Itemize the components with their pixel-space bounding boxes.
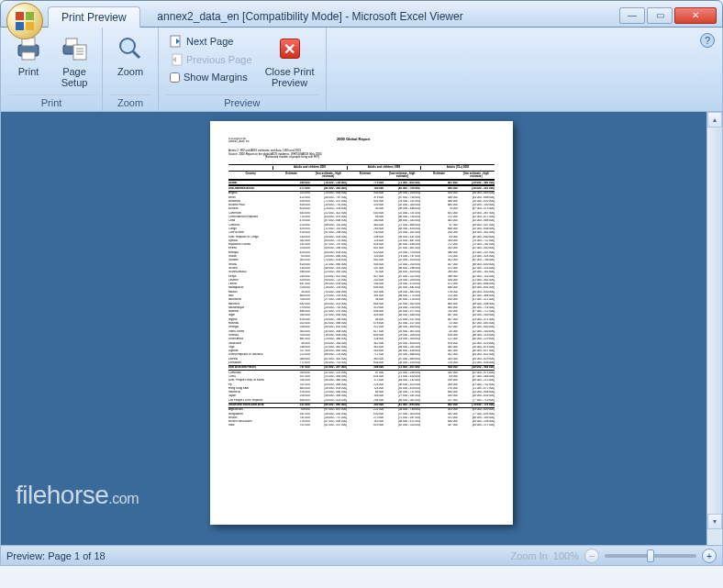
svg-rect-2 <box>16 22 24 30</box>
scroll-down-button[interactable]: ▾ <box>707 514 722 529</box>
zoom-slider-thumb[interactable] <box>647 549 654 562</box>
zoom-slider[interactable] <box>605 554 696 558</box>
show-margins-checkbox[interactable]: Show Margins <box>166 70 256 84</box>
help-icon: ? <box>705 35 710 46</box>
ribbon-tabstrip: Print Preview <box>48 6 723 28</box>
chevron-down-icon: ▾ <box>713 517 717 526</box>
help-button[interactable]: ? <box>700 33 715 48</box>
magnifier-icon <box>117 33 143 64</box>
zoom-label: Zoom <box>117 66 143 77</box>
tab-print-preview[interactable]: Print Preview <box>48 6 140 28</box>
office-button[interactable] <box>6 3 43 39</box>
scrollbar-corner <box>707 529 722 545</box>
next-page-button[interactable]: Next Page <box>166 33 256 50</box>
preview-page: D-4-1000 0:00annex2_data_en2000 Global R… <box>210 121 513 525</box>
svg-rect-3 <box>26 22 34 30</box>
plus-icon: + <box>706 550 712 561</box>
chevron-up-icon: ▴ <box>713 116 717 124</box>
svg-rect-6 <box>22 52 35 60</box>
zoom-in-button[interactable]: + <box>702 549 717 563</box>
ribbon-group-print: Print Page Setup Print <box>1 28 103 111</box>
zoom-out-button[interactable]: − <box>584 549 599 563</box>
svg-rect-0 <box>16 12 24 20</box>
show-margins-label: Show Margins <box>184 72 248 83</box>
next-page-label: Next Page <box>186 36 233 47</box>
zoom-percentage: 100% <box>553 550 579 561</box>
show-margins-check[interactable] <box>170 72 180 83</box>
status-bar: Preview: Page 1 of 18 Zoom In 100% − + <box>0 546 723 566</box>
print-label: Print <box>18 66 39 77</box>
status-page-indicator: Preview: Page 1 of 18 <box>6 550 511 561</box>
previous-page-label: Previous Page <box>186 54 252 65</box>
print-preview-viewport[interactable]: D-4-1000 0:00annex2_data_en2000 Global R… <box>0 112 723 546</box>
scroll-up-button[interactable]: ▴ <box>707 112 722 128</box>
zoom-in-label: Zoom In <box>511 550 548 561</box>
group-label-preview: Preview <box>166 94 318 109</box>
previous-page-button: Previous Page <box>166 51 256 68</box>
minus-icon: − <box>589 550 595 561</box>
svg-point-13 <box>120 39 135 53</box>
group-label-print: Print <box>8 94 95 109</box>
ribbon: ? Print Page Setup Print <box>0 28 723 112</box>
group-label-zoom: Zoom <box>110 94 150 109</box>
close-print-preview-button[interactable]: ✕ Close Print Preview <box>261 31 318 90</box>
page-setup-icon <box>61 33 88 64</box>
page-setup-button[interactable]: Page Setup <box>54 31 95 90</box>
close-x-icon: ✕ <box>280 39 300 59</box>
svg-rect-1 <box>26 12 34 20</box>
ribbon-group-zoom: Zoom Zoom <box>103 28 159 111</box>
zoom-button[interactable]: Zoom <box>110 31 150 79</box>
vertical-scrollbar[interactable]: ▴ ▾ <box>706 112 722 545</box>
page-prev-icon <box>170 53 183 66</box>
office-logo-icon <box>14 10 36 32</box>
page-next-icon <box>170 35 183 48</box>
svg-line-14 <box>133 51 139 58</box>
watermark: filehorse.com <box>16 481 139 510</box>
close-print-preview-label: Close Print Preview <box>265 66 315 88</box>
page-setup-label: Page Setup <box>61 66 88 88</box>
ribbon-group-preview: Next Page Previous Page Show Margins ✕ C… <box>159 28 327 111</box>
svg-rect-9 <box>73 45 86 60</box>
